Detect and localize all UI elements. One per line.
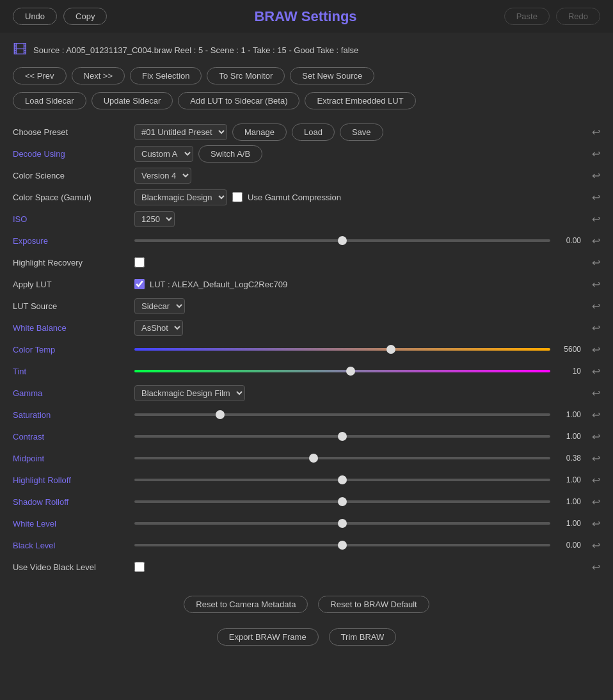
highlight-recovery-checkbox[interactable] (134, 257, 145, 267)
use-video-black-row: Use Video Black Level ↩ (13, 557, 600, 577)
load-sidecar-button[interactable]: Load Sidecar (13, 92, 86, 109)
sidecar-row: Load Sidecar Update Sidecar Add LUT to S… (0, 88, 613, 118)
extract-lut-button[interactable]: Extract Embedded LUT (305, 92, 415, 109)
paste-button[interactable]: Paste (504, 8, 550, 25)
shadow-rolloff-reset[interactable]: ↩ (581, 496, 600, 508)
white-balance-row: White Balance AsShot ↩ (13, 318, 600, 337)
saturation-slider[interactable] (134, 413, 550, 416)
exposure-reset[interactable]: ↩ (581, 235, 600, 247)
color-science-select[interactable]: Version 4 (134, 168, 191, 184)
lut-source-row: LUT Source Sidecar ↩ (13, 296, 600, 315)
white-balance-select[interactable]: AsShot (134, 320, 183, 336)
shadow-rolloff-slider[interactable] (134, 500, 550, 503)
exposure-value: 0.00 (555, 236, 581, 245)
contrast-slider-wrap: 1.00 (134, 432, 581, 441)
contrast-row: Contrast 1.00 ↩ (13, 427, 600, 446)
save-button[interactable]: Save (340, 123, 383, 141)
export-frame-button[interactable]: Export BRAW Frame (217, 628, 319, 646)
iso-control: 1250 (134, 211, 581, 227)
gamma-control: Blackmagic Design Film (134, 385, 581, 401)
highlight-rolloff-slider[interactable] (134, 479, 550, 481)
to-src-monitor-button[interactable]: To Src Monitor (207, 67, 285, 84)
highlight-recovery-reset[interactable]: ↩ (581, 257, 600, 269)
saturation-value: 1.00 (555, 410, 581, 419)
gamma-reset[interactable]: ↩ (581, 387, 600, 399)
color-space-select[interactable]: Blackmagic Design (134, 189, 227, 205)
contrast-reset[interactable]: ↩ (581, 431, 600, 443)
black-level-value: 0.00 (555, 541, 581, 550)
decode-using-select[interactable]: Custom A (134, 146, 193, 162)
add-lut-button[interactable]: Add LUT to Sidecar (Beta) (178, 92, 299, 109)
iso-reset[interactable]: ↩ (581, 213, 600, 225)
color-science-reset[interactable]: ↩ (581, 170, 600, 182)
update-sidecar-button[interactable]: Update Sidecar (92, 92, 173, 109)
color-science-row: Color Science Version 4 ↩ (13, 166, 600, 185)
decode-using-label: Decode Using (13, 149, 134, 159)
black-level-slider[interactable] (134, 544, 550, 546)
color-temp-slider-wrap: 5600 (134, 345, 581, 354)
color-temp-row: Color Temp 5600 ↩ (13, 340, 600, 359)
reset-buttons-row: Reset to Camera Metadata Reset to BRAW D… (0, 583, 613, 626)
nav-row: << Prev Next >> Fix Selection To Src Mon… (0, 63, 613, 88)
prev-button[interactable]: << Prev (13, 67, 67, 84)
tint-control: 10 (134, 367, 581, 376)
highlight-rolloff-value: 1.00 (555, 475, 581, 484)
apply-lut-checkbox[interactable] (134, 279, 145, 289)
manage-button[interactable]: Manage (232, 123, 287, 141)
lut-source-reset[interactable]: ↩ (581, 300, 600, 312)
saturation-row: Saturation 1.00 ↩ (13, 405, 600, 424)
lut-source-select[interactable]: Sidecar (134, 298, 185, 314)
redo-button[interactable]: Redo (556, 8, 600, 25)
set-new-source-button[interactable]: Set New Source (290, 67, 374, 84)
use-gamut-compression-checkbox[interactable] (232, 192, 243, 202)
fix-selection-button[interactable]: Fix Selection (130, 67, 202, 84)
color-temp-reset[interactable]: ↩ (581, 344, 600, 356)
tint-slider[interactable] (134, 370, 550, 372)
white-balance-reset[interactable]: ↩ (581, 322, 600, 334)
color-space-reset[interactable]: ↩ (581, 191, 600, 203)
load-button[interactable]: Load (292, 123, 335, 141)
reset-braw-button[interactable]: Reset to BRAW Default (318, 596, 429, 613)
white-level-slider[interactable] (134, 522, 550, 525)
use-video-black-checkbox[interactable] (134, 562, 145, 572)
midpoint-reset[interactable]: ↩ (581, 452, 600, 465)
gamma-select[interactable]: Blackmagic Design Film (134, 385, 245, 401)
choose-preset-row: Choose Preset #01 Untitled Preset Manage… (13, 122, 600, 141)
switch-ab-button[interactable]: Switch A/B (198, 145, 262, 163)
top-bar-right: Paste Redo (504, 8, 600, 25)
reset-camera-button[interactable]: Reset to Camera Metadata (184, 596, 308, 613)
next-button[interactable]: Next >> (72, 67, 125, 84)
app-title: BRAW Settings (107, 8, 504, 25)
apply-lut-row: Apply LUT LUT : ALEXA_Default_LogC2Rec70… (13, 274, 600, 294)
iso-select[interactable]: 1250 (134, 211, 175, 227)
contrast-slider[interactable] (134, 435, 550, 438)
undo-button[interactable]: Undo (13, 8, 57, 25)
trim-braw-button[interactable]: Trim BRAW (329, 628, 397, 646)
color-temp-slider[interactable] (134, 348, 550, 351)
color-temp-label: Color Temp (13, 345, 134, 354)
exposure-slider[interactable] (134, 239, 550, 242)
black-level-reset[interactable]: ↩ (581, 539, 600, 552)
exposure-control: 0.00 (134, 236, 581, 245)
apply-lut-reset[interactable]: ↩ (581, 278, 600, 290)
tint-slider-wrap: 10 (134, 367, 581, 376)
use-video-black-reset[interactable]: ↩ (581, 561, 600, 573)
highlight-rolloff-label: Highlight Rolloff (13, 475, 134, 485)
white-level-row: White Level 1.00 ↩ (13, 514, 600, 533)
copy-button[interactable]: Copy (63, 8, 107, 25)
white-balance-control: AsShot (134, 320, 581, 336)
highlight-rolloff-reset[interactable]: ↩ (581, 474, 600, 486)
gamma-label: Gamma (13, 388, 134, 398)
decode-using-reset[interactable]: ↩ (581, 148, 600, 160)
iso-row: ISO 1250 ↩ (13, 209, 600, 228)
white-level-reset[interactable]: ↩ (581, 518, 600, 530)
contrast-label: Contrast (13, 432, 134, 441)
white-level-control: 1.00 (134, 519, 581, 528)
saturation-reset[interactable]: ↩ (581, 409, 600, 421)
tint-reset[interactable]: ↩ (581, 365, 600, 378)
top-bar-left: Undo Copy (13, 8, 107, 25)
choose-preset-select[interactable]: #01 Untitled Preset (134, 124, 227, 140)
midpoint-slider[interactable] (134, 457, 550, 459)
choose-preset-reset[interactable]: ↩ (581, 126, 600, 138)
midpoint-label: Midpoint (13, 454, 134, 463)
